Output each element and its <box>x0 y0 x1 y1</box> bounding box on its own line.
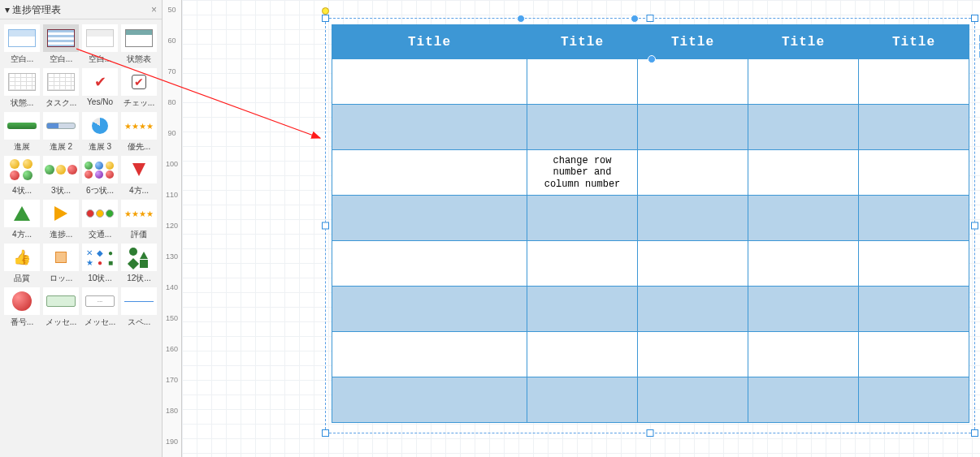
ruler-tick: 130 <box>163 252 181 261</box>
selection-bounding-box[interactable] <box>325 18 975 433</box>
shape-status-table[interactable]: 状態表 <box>120 24 158 65</box>
shape-label: Yes/No <box>81 97 119 106</box>
ruler-tick: 100 <box>163 160 181 168</box>
shape-label: タスク... <box>42 97 80 109</box>
shape-label: 空白... <box>3 54 41 65</box>
palette-grid: 空白... 空白... 空白... 状態表 状態... タスク... Yes/N… <box>0 19 162 333</box>
shape-priority[interactable]: ★★★★優先... <box>120 112 158 153</box>
shape-4-direction[interactable]: 4方... <box>120 156 158 196</box>
resize-handle-top[interactable] <box>647 15 654 22</box>
shape-status[interactable]: 状態... <box>3 68 41 109</box>
shape-progress-2[interactable]: 進展 2 <box>42 112 80 153</box>
shape-label: ロッ... <box>42 273 80 284</box>
shape-number[interactable]: 番号... <box>3 287 41 328</box>
shape-label: 空白... <box>81 54 119 65</box>
ruler-tick: 150 <box>163 314 181 322</box>
shape-label: 空白... <box>42 54 80 65</box>
shape-palette-panel[interactable]: ▾ 進捗管理表 × 空白... 空白... 空白... 状態表 状態... タス… <box>0 0 163 457</box>
shape-label: メッセ... <box>42 317 80 328</box>
shape-label: 3状... <box>42 185 80 196</box>
shape-label: 進捗... <box>42 229 80 240</box>
shape-label: 12状... <box>120 273 158 284</box>
shape-quality[interactable]: 👍品質 <box>3 244 41 284</box>
shape-label: チェッ... <box>120 97 158 109</box>
shape-check[interactable]: ✔チェッ... <box>120 68 158 109</box>
ruler-tick: 70 <box>163 67 181 75</box>
shape-label: 進展 3 <box>81 141 119 153</box>
shape-label: 番号... <box>3 317 41 328</box>
shape-progress-1[interactable]: 進展 <box>3 112 41 153</box>
shape-label: 4方... <box>3 229 41 240</box>
shape-4-direction-2[interactable]: 4方... <box>3 200 41 240</box>
shape-label: 交通... <box>81 229 119 240</box>
shape-progress-play[interactable]: 進捗... <box>42 200 80 240</box>
shape-label: 状態表 <box>120 54 158 65</box>
shape-label: メッセ... <box>81 317 119 328</box>
shape-task[interactable]: タスク... <box>42 68 80 109</box>
resize-handle-bottom-left[interactable] <box>322 429 329 437</box>
ruler-tick: 110 <box>163 191 181 199</box>
ruler-tick: 170 <box>163 376 181 384</box>
vertical-ruler: 50 60 70 80 90 100 110 120 130 140 150 1… <box>163 0 182 457</box>
shape-message-2[interactable]: ···メッセ... <box>81 287 119 328</box>
shape-6-state[interactable]: 6つ状... <box>81 156 119 196</box>
ruler-tick: 180 <box>163 407 181 415</box>
drawing-canvas[interactable]: Title Title Title Title Title change row… <box>182 0 980 457</box>
ruler-tick: 50 <box>163 6 181 14</box>
ruler-tick: 90 <box>163 129 181 137</box>
shape-label: 6つ状... <box>81 185 119 196</box>
shape-label: 状態... <box>3 97 41 109</box>
shape-label: 進展 2 <box>42 141 80 153</box>
shape-label: 4方... <box>120 185 158 196</box>
rotate-handle-icon[interactable] <box>322 7 329 15</box>
shape-yes-no[interactable]: Yes/No <box>81 68 119 109</box>
shape-label: 10状... <box>81 273 119 284</box>
shape-spacer[interactable]: スペ... <box>120 287 158 328</box>
ruler-tick: 190 <box>163 438 181 446</box>
shape-label: 評価 <box>120 229 158 240</box>
palette-header[interactable]: ▾ 進捗管理表 × <box>0 0 162 19</box>
shape-label: スペ... <box>120 317 158 328</box>
collapse-icon: ▾ <box>5 4 12 15</box>
thumb-up-icon: 👍 <box>13 248 31 266</box>
resize-handle-right[interactable] <box>971 222 978 230</box>
column-control-handle[interactable] <box>631 15 639 23</box>
resize-handle-bottom-right[interactable] <box>971 429 978 437</box>
shape-label: 品質 <box>3 273 41 284</box>
shape-label: 進展 <box>3 141 41 153</box>
shape-blank-table-3[interactable]: 空白... <box>81 24 119 65</box>
palette-title: 進捗管理表 <box>12 4 61 15</box>
row-control-handle[interactable] <box>648 55 656 63</box>
ruler-tick: 120 <box>163 222 181 230</box>
resize-handle-top-right[interactable] <box>971 15 978 22</box>
shape-lock[interactable]: ロッ... <box>42 244 80 284</box>
resize-handle-bottom[interactable] <box>647 429 654 437</box>
shape-4-state[interactable]: 4状... <box>3 156 41 196</box>
ruler-tick: 60 <box>163 37 181 45</box>
shape-rating[interactable]: ★★★★評価 <box>120 200 158 240</box>
shape-message-1[interactable]: メッセ... <box>42 287 80 328</box>
shape-12-state[interactable]: 12状... <box>120 244 158 284</box>
close-icon[interactable]: × <box>151 0 157 19</box>
ruler-tick: 160 <box>163 345 181 353</box>
shape-blank-table-2[interactable]: 空白... <box>42 24 80 65</box>
shape-label: 優先... <box>120 141 158 153</box>
column-control-handle[interactable] <box>517 15 525 23</box>
ruler-tick: 140 <box>163 283 181 291</box>
shape-traffic[interactable]: 交通... <box>81 200 119 240</box>
shape-3-state[interactable]: 3状... <box>42 156 80 196</box>
shape-10-state[interactable]: ✕◆●★●■10状... <box>81 244 119 284</box>
shape-progress-3[interactable]: 進展 3 <box>81 112 119 153</box>
ruler-tick: 80 <box>163 98 181 106</box>
shape-blank-table-1[interactable]: 空白... <box>3 24 41 65</box>
shape-label: 4状... <box>3 185 41 196</box>
resize-handle-left[interactable] <box>322 222 329 230</box>
resize-handle-top-left[interactable] <box>322 15 329 22</box>
